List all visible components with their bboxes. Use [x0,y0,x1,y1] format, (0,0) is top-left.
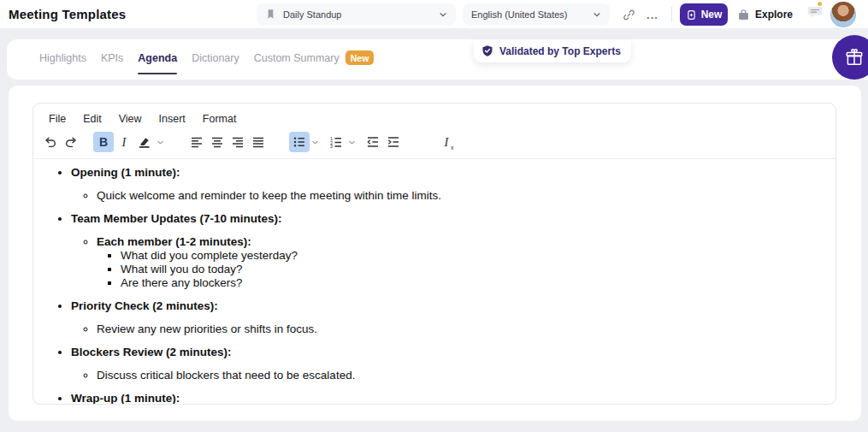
outdent-icon[interactable] [363,132,383,152]
new-feature-badge: New [345,50,375,65]
menu-format[interactable]: Format [196,111,244,127]
list-item: Team Member Updates (7-10 minutes): Each… [71,212,818,290]
list-item: Wrap-up (1 minute): [71,392,818,405]
explore-button-label: Explore [755,9,793,21]
language-select[interactable]: English (United States) [463,3,610,25]
menu-edit[interactable]: Edit [76,111,109,127]
chevron-down-icon[interactable] [346,132,357,152]
undo-icon[interactable] [40,132,61,152]
template-select[interactable]: Daily Standup [257,3,456,25]
validated-badge: Validated by Top Experts [474,39,631,62]
validated-badge-label: Validated by Top Experts [499,45,621,57]
tab-dictionary[interactable]: Dictionary [192,49,239,71]
editor-toolbar: B I [33,128,836,159]
editor-menubar: File Edit View Insert Format [33,104,836,128]
notification-dot [818,2,822,6]
numbered-list-icon[interactable]: 123 [326,132,346,152]
bookmark-icon [265,8,276,21]
clear-formatting-icon[interactable]: Ix [436,132,457,152]
menu-insert[interactable]: Insert [152,111,192,127]
shield-check-icon [481,44,493,57]
highlight-color-icon[interactable] [134,132,155,152]
explore-button[interactable]: Explore [737,3,793,26]
chat-bubble-icon[interactable] [807,5,828,24]
italic-button[interactable]: I [114,132,134,152]
chevron-down-icon[interactable] [155,132,166,152]
chevron-down-icon [439,10,447,19]
tab-agenda[interactable]: Agenda [138,49,177,71]
tab-highlights[interactable]: Highlights [39,49,86,71]
chevron-down-icon [593,10,601,19]
bullet-list-button[interactable] [289,132,310,152]
align-center-icon[interactable] [207,132,227,152]
new-button[interactable]: New [680,3,728,26]
chevron-down-icon[interactable] [310,132,321,152]
list-item: Blockers Review (2 minutes): Discuss cri… [71,346,818,382]
indent-icon[interactable] [383,132,404,152]
menu-file[interactable]: File [42,111,73,127]
tab-kpis[interactable]: KPIs [101,49,123,71]
page-title: Meeting Templates [9,7,126,21]
align-right-icon[interactable] [227,132,248,152]
editor-content[interactable]: Opening (1 minute): Quick welcome and re… [33,159,836,405]
ellipsis-icon[interactable]: ... [643,5,662,24]
language-select-value: English (United States) [471,9,593,20]
top-bar: Meeting Templates Daily Standup English … [0,0,868,28]
menu-view[interactable]: View [112,111,149,127]
tab-bar: Highlights KPIs Agenda Dictionary Custom… [7,39,868,80]
add-document-icon [686,9,697,21]
agenda-list: Opening (1 minute): Quick welcome and re… [50,166,818,405]
main-card: File Edit View Insert Format B I [9,86,861,421]
template-select-value: Daily Standup [276,9,439,20]
rich-text-editor: File Edit View Insert Format B I [32,103,836,405]
align-justify-icon[interactable] [248,132,269,152]
align-left-icon[interactable] [186,132,207,152]
bold-button[interactable]: B [93,132,114,152]
list-item: Priority Check (2 minutes): Review any n… [71,299,818,336]
briefcase-icon [737,9,750,21]
tab-custom-summary[interactable]: Custom Summary New [254,47,375,72]
new-button-label: New [701,9,723,21]
avatar[interactable] [830,2,856,27]
link-icon[interactable] [619,5,638,24]
redo-icon[interactable] [61,132,81,152]
topbar-divider [671,7,672,22]
svg-text:3: 3 [330,144,333,149]
list-item: Opening (1 minute): Quick welcome and re… [71,166,818,203]
gift-icon [844,47,865,68]
